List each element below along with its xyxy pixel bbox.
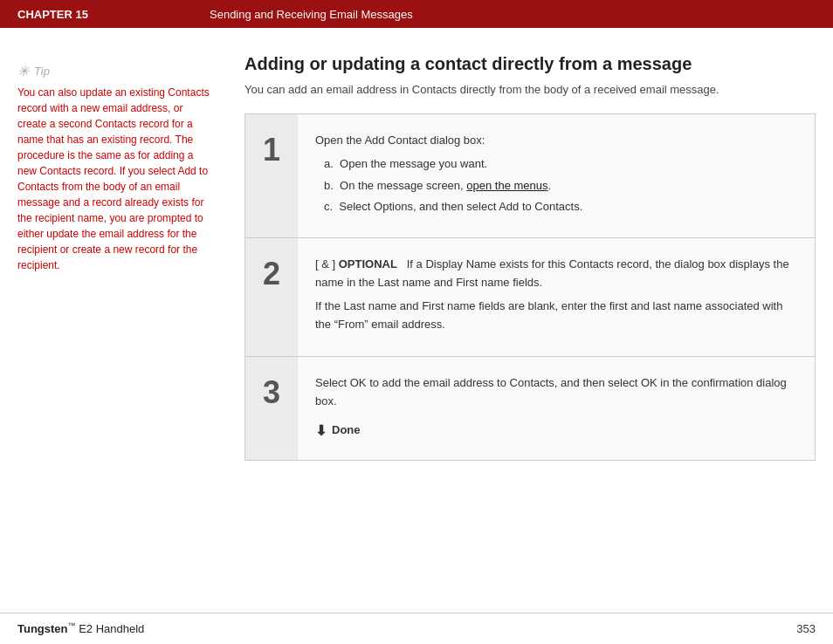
header-title: Sending and Receiving Email Messages (210, 8, 413, 21)
tip-label: Tip (34, 65, 50, 78)
step-1-line-1: a. Open the message you want. (324, 155, 797, 174)
main-content: ✳ Tip You can also update an existing Co… (0, 28, 833, 478)
step-3-content: Select OK to add the email address to Co… (298, 357, 815, 459)
tip-star-icon: ✳ (17, 63, 29, 79)
step-2: 2 [ & ] OPTIONAL If a Display Name exist… (245, 238, 815, 357)
tip-header: ✳ Tip (17, 63, 210, 79)
section-title: Adding or updating a contact directly fr… (244, 54, 816, 74)
tip-text: You can also update an existing Contacts… (17, 85, 210, 273)
model-name: E2 (76, 623, 93, 636)
page-number: 353 (796, 622, 816, 635)
step-3-line-0: Select OK to add the email address to Co… (315, 374, 797, 411)
step-3: 3 Select OK to add the email address to … (245, 357, 815, 459)
steps-container: 1 Open the Add Contact dialog box: a. Op… (244, 113, 816, 461)
step-1-content: Open the Add Contact dialog box: a. Open… (298, 114, 815, 237)
footer-brand: Tungsten™ E2 Handheld (17, 621, 144, 635)
step-1-number: 1 (245, 114, 298, 237)
chapter-label: CHAPTER 15 (17, 8, 210, 21)
step-1-line-0: Open the Add Contact dialog box: (315, 132, 797, 150)
trademark-symbol: ™ (68, 621, 76, 630)
step-3-number: 3 (245, 357, 298, 459)
content-area: Adding or updating a contact directly fr… (227, 54, 816, 461)
device-type: Handheld (93, 623, 144, 636)
step-1: 1 Open the Add Contact dialog box: a. Op… (245, 114, 815, 238)
done-label: Done (332, 421, 361, 440)
footer: Tungsten™ E2 Handheld 353 (0, 613, 833, 644)
open-menus-link[interactable]: open the menus (466, 179, 547, 192)
sidebar: ✳ Tip You can also update an existing Co… (17, 54, 227, 461)
step-1-line-3: c. Select Options, and then select Add t… (324, 198, 797, 216)
step-2-number: 2 (245, 238, 298, 356)
brand-name: Tungsten (17, 623, 68, 636)
step-2-line-0: [ & ] OPTIONAL If a Display Name exists … (315, 256, 797, 292)
optional-label: OPTIONAL (339, 257, 397, 271)
step-1-line-2: b. On the message screen, open the menus… (324, 177, 797, 195)
section-intro: You can add an email address in Contacts… (244, 83, 816, 96)
done-row: ⬇ Done (315, 420, 797, 442)
step-2-line-1: If the Last name and First name fields a… (315, 298, 797, 334)
header-bar: CHAPTER 15 Sending and Receiving Email M… (0, 0, 833, 28)
done-icon: ⬇ (315, 420, 327, 442)
step-2-content: [ & ] OPTIONAL If a Display Name exists … (298, 238, 815, 356)
bracket-open: [ & ] (315, 257, 339, 271)
